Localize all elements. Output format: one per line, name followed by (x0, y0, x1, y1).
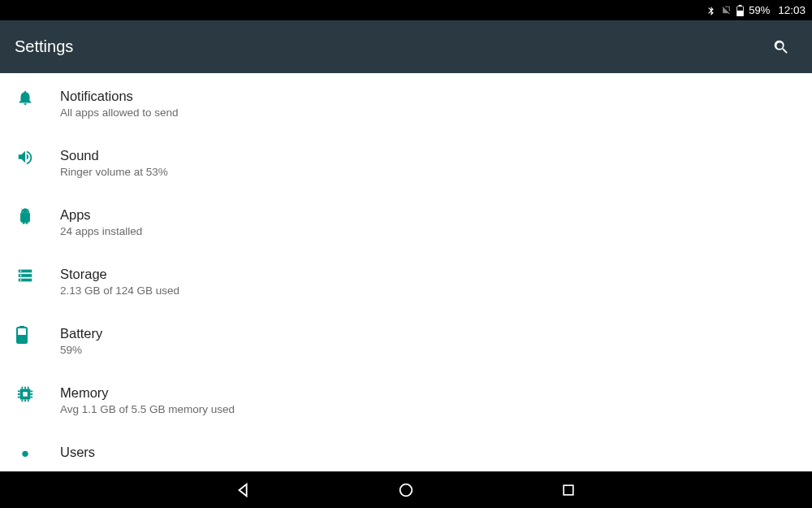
svg-point-6 (20, 271, 22, 272)
settings-item-apps[interactable]: Apps 24 apps installed (0, 192, 812, 251)
bell-icon (16, 89, 34, 106)
item-subtitle: 24 apps installed (60, 225, 797, 237)
settings-item-memory[interactable]: Memory Avg 1.1 GB of 5.5 GB memory used (0, 370, 812, 429)
item-subtitle: Avg 1.1 GB of 5.5 GB memory used (60, 403, 797, 415)
item-subtitle: All apps allowed to send (60, 106, 797, 119)
item-title: Sound (60, 146, 797, 164)
recents-button[interactable] (552, 474, 585, 506)
settings-item-sound[interactable]: Sound Ringer volume at 53% (0, 132, 812, 192)
settings-item-users[interactable]: Users (0, 429, 812, 466)
item-title: Storage (60, 265, 797, 283)
item-title: Users (60, 443, 797, 461)
settings-item-battery[interactable]: Battery 59% (0, 310, 812, 370)
item-title: Memory (60, 384, 797, 402)
battery-status-icon (736, 5, 744, 16)
item-title: Apps (60, 206, 797, 224)
svg-point-8 (20, 280, 22, 281)
item-subtitle: 2.13 GB of 124 GB used (60, 284, 797, 297)
memory-icon (16, 385, 34, 403)
navigation-bar (0, 471, 812, 508)
volume-icon (16, 148, 34, 166)
settings-list[interactable]: Notifications All apps allowed to send S… (0, 73, 812, 471)
svg-point-15 (400, 484, 412, 496)
item-subtitle: Ringer volume at 53% (60, 166, 797, 178)
svg-point-7 (20, 275, 22, 276)
back-icon (235, 481, 253, 499)
svg-rect-13 (23, 392, 28, 397)
item-subtitle: 59% (60, 344, 797, 356)
svg-rect-2 (737, 11, 744, 16)
user-icon (16, 448, 34, 466)
back-button[interactable] (227, 474, 260, 506)
settings-item-notifications[interactable]: Notifications All apps allowed to send (0, 73, 812, 132)
search-button[interactable] (765, 31, 797, 63)
settings-item-storage[interactable]: Storage 2.13 GB of 124 GB used (0, 251, 812, 310)
storage-icon (16, 267, 34, 284)
home-button[interactable] (390, 474, 422, 506)
android-icon (16, 207, 34, 225)
svg-point-14 (22, 451, 28, 457)
battery-icon (16, 326, 28, 344)
recents-icon (560, 482, 577, 498)
app-bar: Settings (0, 20, 812, 73)
svg-rect-11 (17, 335, 27, 343)
svg-rect-16 (564, 485, 573, 495)
home-icon (397, 481, 415, 499)
no-sim-icon (721, 5, 732, 15)
item-title: Notifications (60, 87, 797, 105)
page-title: Settings (15, 37, 73, 56)
clock-text: 12:03 (778, 4, 806, 16)
item-title: Battery (60, 324, 797, 342)
bluetooth-icon (706, 5, 716, 15)
battery-percent-text: 59% (749, 4, 770, 16)
search-icon (772, 38, 790, 56)
status-bar: 59% 12:03 (0, 0, 812, 20)
